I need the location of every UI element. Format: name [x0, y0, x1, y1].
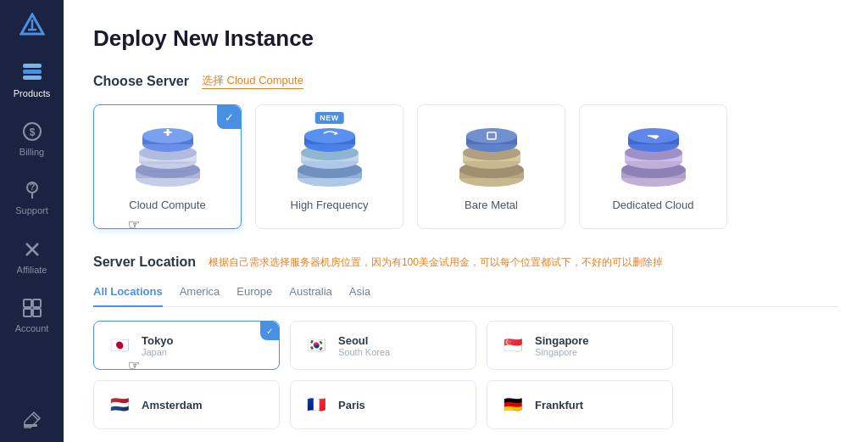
tab-asia[interactable]: Asia	[349, 285, 370, 306]
server-card-high-frequency[interactable]: NEW High Frequency	[255, 104, 403, 229]
location-info-tokyo: Tokyo Japan	[142, 334, 173, 357]
location-card-seoul[interactable]: 🇰🇷 Seoul South Korea	[290, 321, 476, 370]
sidebar-item-label: Billing	[19, 147, 44, 158]
country-name: Singapore	[535, 347, 589, 357]
server-location-title: Server Location	[93, 255, 196, 270]
location-info-singapore: Singapore Singapore	[535, 334, 589, 357]
svg-rect-13	[24, 299, 31, 307]
sidebar-item-products[interactable]: Products	[0, 51, 64, 109]
cursor-hint-tokyo: ☞	[128, 357, 140, 373]
selected-check: ✓	[260, 322, 279, 340]
tab-america[interactable]: America	[180, 285, 220, 306]
sidebar-item-label: Products	[14, 88, 50, 99]
svg-rect-5	[23, 76, 42, 80]
sidebar-item-bottom[interactable]	[0, 398, 64, 442]
tab-europe[interactable]: Europe	[236, 285, 272, 306]
location-info-paris: Paris	[338, 399, 365, 411]
bare-metal-icon	[453, 122, 530, 190]
location-card-amsterdam[interactable]: 🇳🇱 Amsterdam	[93, 380, 280, 429]
server-card-bare-metal[interactable]: Bare Metal	[417, 104, 565, 229]
high-frequency-icon	[292, 122, 368, 190]
flag-japan: 🇯🇵	[108, 333, 131, 357]
city-name: Amsterdam	[142, 399, 203, 411]
svg-text:$: $	[29, 126, 35, 138]
svg-rect-17	[24, 424, 37, 427]
high-frequency-label: High Frequency	[291, 199, 369, 211]
sidebar-item-affiliate[interactable]: Affiliate	[0, 227, 64, 286]
server-type-cards: ✓	[93, 104, 838, 229]
svg-rect-3	[23, 70, 42, 74]
choose-server-title: Choose Server	[93, 74, 189, 89]
sidebar-item-billing[interactable]: $ Billing	[0, 109, 64, 168]
sidebar-item-support[interactable]: ? Support	[0, 168, 64, 227]
svg-point-40	[304, 128, 355, 143]
tab-all-locations[interactable]: All Locations	[93, 285, 163, 306]
cloud-compute-icon	[130, 122, 206, 190]
bare-metal-label: Bare Metal	[465, 199, 518, 211]
billing-icon: $	[20, 120, 44, 143]
choose-server-header: Choose Server 选择 Cloud Compute	[93, 73, 838, 89]
svg-rect-14	[33, 299, 41, 307]
cursor-hint: ☞	[128, 216, 140, 232]
flag-germany: 🇩🇪	[501, 393, 525, 417]
server-location-header: Server Location 根据自己需求选择服务器机房位置，因为有100美金…	[93, 255, 838, 270]
sidebar-item-label: Affiliate	[17, 265, 47, 276]
city-name: Frankfurt	[535, 399, 583, 411]
server-card-cloud-compute[interactable]: ✓	[93, 104, 242, 229]
city-name: Paris	[338, 399, 365, 411]
country-name: South Korea	[338, 347, 390, 357]
main-content: Deploy New Instance Choose Server 选择 Clo…	[64, 0, 868, 442]
svg-point-50	[466, 128, 517, 143]
support-icon: ?	[20, 178, 44, 202]
svg-rect-29	[166, 129, 169, 136]
svg-rect-16	[33, 309, 41, 316]
tab-australia[interactable]: Australia	[289, 285, 332, 306]
flag-korea: 🇰🇷	[304, 333, 328, 357]
svg-rect-4	[23, 64, 42, 68]
location-info-seoul: Seoul South Korea	[338, 334, 390, 357]
location-card-paris[interactable]: 🇫🇷 Paris	[290, 380, 476, 429]
location-info-amsterdam: Amsterdam	[142, 399, 203, 411]
location-card-singapore[interactable]: 🇸🇬 Singapore Singapore	[487, 321, 673, 370]
logo	[15, 8, 49, 42]
products-icon	[20, 61, 44, 85]
location-tabs: All Locations America Europe Australia A…	[93, 285, 838, 307]
location-card-tokyo[interactable]: ✓ 🇯🇵 Tokyo Japan ☞	[93, 321, 280, 370]
bottom-icon	[20, 408, 44, 432]
location-annotation: 根据自己需求选择服务器机房位置，因为有100美金试用金，可以每个位置都试下，不好…	[209, 255, 663, 270]
dedicated-cloud-label: Dedicated Cloud	[612, 199, 693, 211]
location-cards: ✓ 🇯🇵 Tokyo Japan ☞ 🇰🇷 Seoul South Korea …	[93, 321, 838, 429]
city-name: Singapore	[535, 334, 589, 347]
location-card-frankfurt[interactable]: 🇩🇪 Frankfurt	[487, 380, 673, 429]
city-name: Seoul	[338, 334, 390, 347]
sidebar: Products $ Billing ? Support Affil	[0, 0, 64, 442]
flag-singapore: 🇸🇬	[501, 333, 525, 357]
dedicated-cloud-icon	[615, 122, 692, 190]
location-info-frankfurt: Frankfurt	[535, 399, 583, 411]
cloud-compute-label: Cloud Compute	[129, 199, 205, 211]
server-card-dedicated-cloud[interactable]: Dedicated Cloud	[579, 104, 727, 229]
sidebar-item-label: Account	[15, 323, 49, 334]
choose-server-annotation: 选择 Cloud Compute	[202, 73, 303, 89]
account-icon	[20, 296, 44, 320]
new-badge: NEW	[314, 112, 344, 124]
svg-text:?: ?	[29, 182, 35, 192]
page-title: Deploy New Instance	[93, 25, 838, 52]
selected-check: ✓	[217, 105, 241, 129]
sidebar-item-label: Support	[15, 205, 48, 216]
flag-netherlands: 🇳🇱	[108, 393, 131, 417]
flag-france: 🇫🇷	[304, 393, 328, 417]
svg-rect-15	[24, 309, 31, 316]
city-name: Tokyo	[142, 334, 173, 347]
affiliate-icon	[20, 238, 44, 261]
sidebar-item-account[interactable]: Account	[0, 286, 64, 344]
country-name: Japan	[142, 347, 173, 357]
